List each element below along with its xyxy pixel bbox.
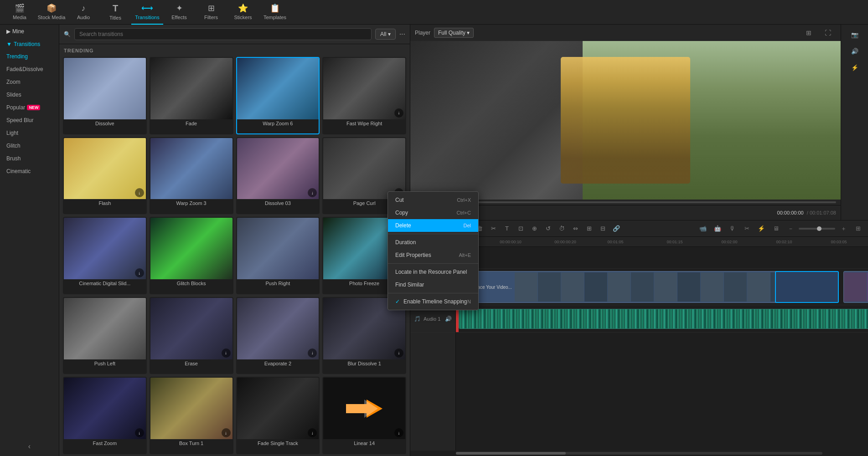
clip-selected[interactable] — [775, 271, 839, 303]
grid-btn[interactable]: ⊞ — [852, 222, 864, 235]
toolbar-audio[interactable]: ♪ Audio — [67, 0, 99, 25]
toolbar-stickers[interactable]: ⭐ Stickers — [227, 0, 259, 25]
timeline-scroll[interactable]: 00:00:00:10 00:00:00:20 00:01:05 00:01:1… — [456, 237, 868, 451]
transition-boxturn[interactable]: ↓ Box Turn 1 — [150, 377, 233, 454]
clock-btn[interactable]: ⏱ — [556, 223, 568, 235]
text-btn[interactable]: T — [501, 223, 513, 235]
ctx-copy[interactable]: Copy Ctrl+C — [388, 206, 478, 219]
cut2-btn[interactable]: ✂ — [740, 222, 753, 235]
fit-icon-btn[interactable]: ⊞ — [801, 26, 817, 39]
move1-btn[interactable]: ⊞ — [583, 223, 595, 235]
thumb-pushright — [237, 218, 319, 279]
zoom-in-btn[interactable]: ＋ — [837, 222, 850, 235]
mic-btn[interactable]: 🎙 — [726, 222, 739, 235]
filter-dropdown[interactable]: All ▾ — [375, 29, 396, 40]
toolbar-filters[interactable]: ⊞ Filters — [195, 0, 227, 25]
thumb-evaporate2: ↓ — [237, 298, 319, 359]
transition-pushleft[interactable]: Push Left — [63, 297, 147, 374]
transition-evaporate2[interactable]: ↓ Evaporate 2 — [236, 297, 320, 374]
transition-fadesingle[interactable]: ↓ Fade Single Track — [236, 377, 320, 454]
zoom-slider[interactable] — [799, 228, 835, 230]
add-video-track-btn[interactable]: 📹 — [697, 222, 709, 235]
clip-audio1[interactable] — [459, 309, 868, 329]
adj-btn[interactable]: ⇔ — [569, 223, 581, 235]
transition-warpzoom3[interactable]: Warp Zoom 3 — [150, 137, 233, 215]
track-audio1 — [456, 305, 868, 333]
more2-btn[interactable]: ↺ — [542, 223, 554, 235]
top-toolbar: 🎬 Media 📦 Stock Media ♪ Audio T Titles ⟷… — [0, 0, 868, 25]
quality-selector[interactable]: Full Quality ▾ — [434, 28, 474, 38]
screen-btn[interactable]: 🖥 — [770, 222, 782, 235]
thumb-warpzoom3 — [150, 138, 232, 200]
sidebar-item-light[interactable]: Light — [0, 127, 59, 139]
transition-cinematic[interactable]: ↓ Cinematic Digital Slid... — [63, 217, 147, 294]
ctx-snapping[interactable]: ✓ Enable Timeline Snapping N — [388, 295, 478, 308]
transition-pushright[interactable]: Push Right — [236, 217, 320, 294]
ctx-locate[interactable]: Locate in the Resource Panel — [388, 266, 478, 278]
ruler-5: 00:02:00 — [721, 240, 737, 244]
speed2-btn[interactable]: ⚡ — [755, 222, 768, 235]
volume-btn[interactable]: 🔊 — [848, 45, 861, 57]
toolbar-effects[interactable]: ✦ Effects — [163, 0, 195, 25]
stickers-icon: ⭐ — [238, 3, 248, 13]
toolbar-transitions[interactable]: ⟷ Transitions — [131, 0, 163, 25]
transition-fastwipe[interactable]: ↓ Fast Wipe Right — [322, 57, 406, 134]
ruler-7: 00:03:05 — [831, 240, 847, 244]
sidebar-item-brush[interactable]: Brush — [0, 152, 59, 165]
transition-dissolve[interactable]: Dissolve — [63, 57, 147, 134]
track-mute-icon[interactable]: 🔊 — [445, 316, 452, 322]
clip-video1-second[interactable] — [843, 271, 868, 303]
cut-btn[interactable]: ✂ — [487, 223, 499, 235]
more1-btn[interactable]: ⊕ — [528, 223, 540, 235]
left-panel-collapse-btn[interactable]: ‹ — [24, 441, 36, 452]
ruler-3: 00:01:05 — [607, 240, 623, 244]
crop-btn[interactable]: ⊡ — [515, 223, 527, 235]
transition-flash[interactable]: ↓ Flash — [63, 137, 147, 215]
ctx-findsimilar[interactable]: Find Similar — [388, 278, 478, 291]
transition-dissolve03[interactable]: ↓ Dissolve 03 — [236, 137, 320, 215]
sidebar-item-slides[interactable]: Slides — [0, 88, 59, 101]
sidebar-item-glitch[interactable]: Glitch — [0, 139, 59, 152]
transition-fade[interactable]: Fade — [150, 57, 233, 134]
new-badge: NEW — [27, 105, 40, 110]
thumb-strip-6 — [631, 272, 654, 302]
toolbar-templates[interactable]: 📋 Templates — [259, 0, 291, 25]
timeline-ruler: 00:00:00:10 00:00:00:20 00:01:05 00:01:1… — [456, 237, 868, 247]
transition-erase[interactable]: ↓ Erase — [150, 297, 233, 374]
sidebar-item-cinematic[interactable]: Cinematic — [0, 165, 59, 178]
move2-btn[interactable]: ⊟ — [597, 223, 609, 235]
ctx-delete[interactable]: Delete Del — [388, 219, 478, 232]
transition-linear14[interactable]: ↓ Linear 14 — [322, 377, 406, 454]
sidebar-item-popular[interactable]: Popular NEW — [0, 101, 59, 114]
fullscreen-btn[interactable]: ⛶ — [820, 26, 836, 39]
h-scrollbar-thumb[interactable] — [456, 452, 566, 455]
zoom-thumb[interactable] — [817, 226, 822, 231]
ctx-duration[interactable]: Duration — [388, 236, 478, 249]
left-panel-transitions-group[interactable]: ▼ Transitions — [0, 38, 59, 50]
ctx-editprops[interactable]: Edit Properties Alt+E — [388, 249, 478, 261]
search-input[interactable] — [74, 28, 372, 40]
sidebar-item-fade[interactable]: Fade&Dissolve — [0, 63, 59, 76]
more-options-btn[interactable]: ··· — [399, 30, 405, 38]
transition-fastzoom[interactable]: ↓ Fast Zoom — [63, 377, 147, 454]
ctx-cut[interactable]: Cut Ctrl+X — [388, 194, 478, 206]
transition-warpzoom6[interactable]: Warp Zoom 6 — [236, 57, 320, 134]
transition-glitch[interactable]: Glitch Blocks — [150, 217, 233, 294]
h-scrollbar-track[interactable] — [456, 452, 822, 455]
toolbar-media[interactable]: 🎬 Media — [4, 0, 36, 25]
thumb-fadesingle: ↓ — [237, 378, 319, 439]
speed-btn[interactable]: ⚡ — [848, 61, 861, 74]
ai-btn[interactable]: 🤖 — [711, 222, 724, 235]
sidebar-item-speedblur[interactable]: Speed Blur — [0, 114, 59, 127]
toolbar-titles[interactable]: T Titles — [99, 0, 131, 25]
sidebar-item-zoom[interactable]: Zoom — [0, 76, 59, 88]
zoom-out-btn[interactable]: － — [784, 222, 797, 235]
download-icon-5: ↓ — [135, 268, 144, 277]
ruler-2: 00:00:00:20 — [554, 240, 576, 244]
toolbar-stock[interactable]: 📦 Stock Media — [36, 0, 67, 25]
left-panel-mine[interactable]: ▶ Mine — [0, 25, 59, 38]
screenshot-btn[interactable]: 📷 — [848, 28, 861, 41]
link-btn[interactable]: 🔗 — [610, 223, 622, 235]
transitions-icon: ⟷ — [141, 3, 153, 13]
sidebar-item-trending[interactable]: Trending — [0, 50, 59, 63]
